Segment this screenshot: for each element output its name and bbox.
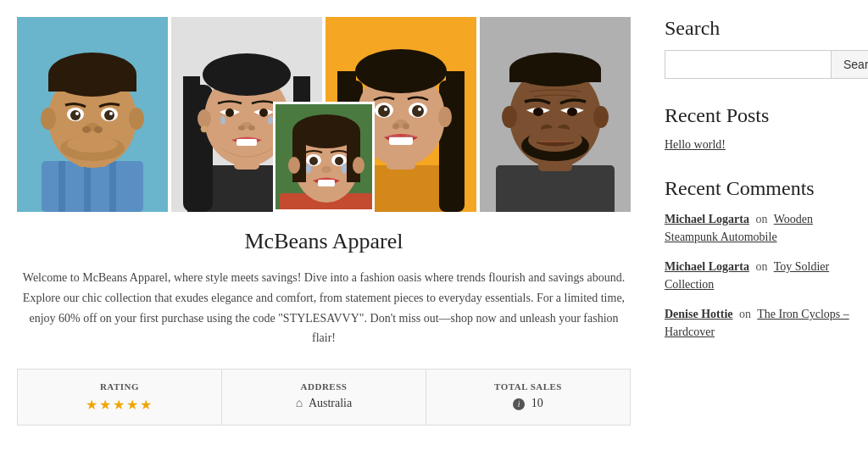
svg-point-18: [82, 126, 91, 133]
svg-point-19: [94, 126, 103, 133]
svg-rect-83: [292, 131, 306, 182]
stat-rating: RATING ★★★★★: [18, 370, 222, 425]
svg-point-77: [528, 128, 582, 152]
svg-point-91: [306, 164, 311, 174]
search-button[interactable]: Search: [832, 50, 868, 79]
search-title: Search: [665, 17, 851, 40]
svg-point-69: [502, 106, 517, 128]
svg-point-55: [378, 105, 390, 117]
address-text: Australia: [309, 397, 352, 409]
svg-point-61: [403, 124, 409, 130]
svg-rect-62: [389, 136, 413, 145]
commenter-0[interactable]: Michael Logarta: [665, 213, 749, 225]
comment-on-0: on: [755, 213, 767, 225]
collage-overlay-image: [273, 102, 375, 212]
svg-point-60: [392, 124, 399, 130]
svg-rect-64: [496, 165, 615, 212]
svg-point-15: [75, 112, 79, 115]
svg-point-90: [335, 157, 343, 165]
stat-total-sales: TOTAL SALES i 10: [426, 370, 630, 425]
svg-point-10: [129, 108, 144, 130]
svg-rect-94: [318, 180, 335, 186]
total-sales-label: TOTAL SALES: [435, 381, 621, 392]
commenter-1[interactable]: Michael Logarta: [665, 260, 749, 273]
search-section: Search Search: [665, 17, 851, 79]
svg-point-56: [412, 105, 424, 117]
svg-rect-8: [48, 75, 136, 92]
recent-comments-title: Recent Comments: [665, 177, 851, 200]
svg-point-21: [67, 136, 118, 153]
svg-point-72: [567, 108, 577, 116]
svg-point-92: [342, 164, 347, 174]
recent-post-link-0[interactable]: Hello world!: [665, 138, 726, 151]
svg-point-93: [321, 166, 331, 173]
comment-on-2: on: [739, 308, 751, 320]
main-content: McBeans Apparel Welcome to McBeans Appar…: [17, 17, 631, 425]
svg-rect-68: [509, 69, 601, 82]
svg-point-48: [355, 49, 447, 93]
store-description: Welcome to McBeans Apparel, where style …: [17, 268, 631, 348]
page-wrapper: McBeans Apparel Welcome to McBeans Appar…: [0, 0, 868, 442]
comment-item-2: Denise Hottie on The Iron Cyclops – Hard…: [665, 305, 851, 341]
svg-point-36: [220, 116, 225, 125]
svg-rect-4: [109, 161, 116, 212]
svg-rect-41: [236, 139, 257, 146]
rating-value: ★★★★★: [26, 397, 213, 413]
collage-image-1: [17, 17, 168, 212]
recent-posts-title: Recent Posts: [665, 104, 851, 127]
svg-rect-2: [58, 161, 65, 212]
address-value: ⌂ Australia: [231, 397, 417, 410]
svg-point-27: [203, 53, 291, 96]
commenter-2[interactable]: Denise Hottie: [665, 308, 732, 320]
svg-point-57: [384, 108, 387, 111]
sidebar: Search Search Recent Posts Hello world! …: [665, 17, 851, 425]
svg-point-34: [225, 108, 234, 117]
stats-bar: RATING ★★★★★ ADDRESS ⌂ Australia TOTAL S…: [17, 369, 631, 425]
comment-item-1: Michael Logarta on Toy Soldier Collectio…: [665, 258, 851, 293]
svg-rect-3: [84, 161, 91, 212]
svg-rect-28: [183, 76, 200, 195]
recent-comments-section: Recent Comments Michael Logarta on Woode…: [665, 177, 851, 341]
svg-point-13: [70, 110, 81, 120]
info-icon: i: [513, 398, 525, 410]
svg-point-89: [309, 157, 318, 165]
image-collage: [17, 17, 631, 212]
svg-point-35: [259, 108, 268, 117]
svg-point-40: [248, 125, 255, 131]
search-input[interactable]: [665, 50, 832, 79]
svg-point-16: [109, 112, 113, 115]
svg-point-31: [201, 125, 208, 132]
svg-point-9: [41, 108, 56, 130]
svg-rect-84: [347, 131, 360, 182]
rating-stars: ★★★★★: [86, 398, 153, 412]
svg-rect-1: [42, 161, 143, 212]
recent-posts-section: Recent Posts Hello world!: [665, 104, 851, 152]
stat-address: ADDRESS ⌂ Australia: [222, 370, 426, 425]
sales-number: 10: [531, 397, 543, 409]
comment-on-1: on: [755, 260, 767, 273]
svg-point-71: [533, 108, 543, 116]
rating-label: RATING: [26, 381, 213, 392]
address-label: ADDRESS: [231, 381, 417, 392]
total-sales-value: i 10: [435, 397, 621, 410]
store-title: McBeans Apparel: [17, 229, 631, 254]
svg-rect-50: [446, 71, 465, 114]
location-icon: ⌂: [296, 397, 303, 409]
search-form[interactable]: Search: [665, 50, 851, 79]
svg-point-39: [238, 125, 245, 131]
svg-point-58: [418, 108, 421, 111]
comment-item-0: Michael Logarta on Wooden Steampunk Auto…: [665, 210, 851, 246]
svg-point-70: [593, 106, 609, 128]
svg-point-86: [353, 157, 364, 174]
svg-point-52: [438, 107, 452, 127]
collage-image-4: [480, 17, 631, 212]
svg-point-85: [288, 157, 300, 174]
svg-point-14: [104, 110, 114, 120]
